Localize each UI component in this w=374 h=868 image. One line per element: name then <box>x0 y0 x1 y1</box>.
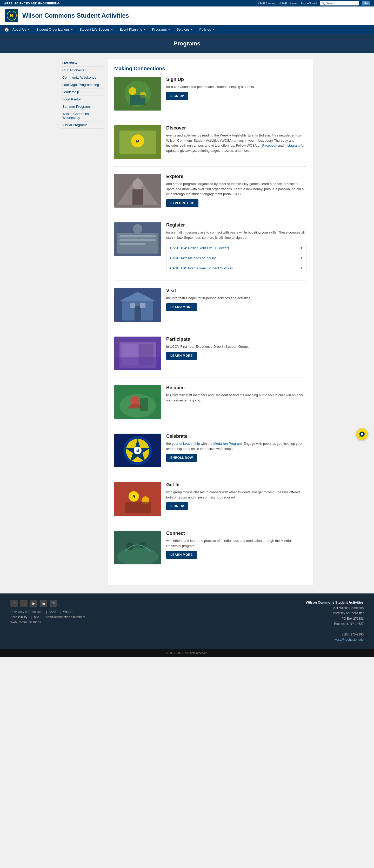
footer-email-link[interactable]: wcsa@rochester.edu <box>335 638 364 642</box>
nav-about-us[interactable]: About Us ▼ <box>9 25 33 34</box>
participate-learn-more-button[interactable]: LEARN MORE <box>166 352 197 360</box>
page-hero: Programs <box>0 34 374 53</box>
svg-point-20 <box>133 224 142 234</box>
program-body-be-open: Be open to University staff members and … <box>166 385 307 419</box>
program-image-celebrate: M <box>114 434 161 467</box>
nav-programs[interactable]: Programs ▼ <box>149 25 173 34</box>
program-heading-discover: Discover <box>166 125 307 131</box>
site-logo: R <box>5 9 18 22</box>
asae-sitemap-link[interactable]: AS&E Sitemap <box>257 2 276 5</box>
search-icon: 🔍 <box>321 2 325 5</box>
nav-event-planning[interactable]: Event Planning ▼ <box>116 25 149 34</box>
chevron-down-icon: ▼ <box>27 28 30 31</box>
instagram-icon[interactable]: 📷 <box>50 600 57 607</box>
facebook-icon[interactable]: f <box>10 600 18 607</box>
program-heading-participate: Participate <box>166 337 249 342</box>
course-expand-icon: + <box>300 266 303 270</box>
course-item-casc170[interactable]: CASC 170: International Student Success … <box>166 263 307 273</box>
footer-address-line1: 201 Wilson Commons <box>306 606 364 611</box>
twitter-icon[interactable]: t <box>20 600 28 607</box>
nav-student-life-spaces[interactable]: Student Life Spaces ▼ <box>76 25 116 34</box>
sidebar-item-food-pantry[interactable]: Food Pantry <box>61 96 103 103</box>
course-expand-icon: + <box>300 256 303 260</box>
program-body-participate: Participate in UCC's First Year Experien… <box>166 337 249 370</box>
signup-button[interactable]: SIGN UP <box>166 92 188 100</box>
wcsa-footer-link[interactable]: WCSA <box>63 610 73 614</box>
program-text-get-fit: with group fitness classes to connect wi… <box>166 490 307 500</box>
visit-learn-more-button[interactable]: LEARN MORE <box>166 303 197 311</box>
web-communications-link[interactable]: Web Communications <box>10 620 41 624</box>
university-of-rochester-footer-link[interactable]: University of Rochester <box>10 610 42 614</box>
svg-rect-25 <box>130 303 135 308</box>
program-text-register: for a small in-person class to connect w… <box>166 230 307 240</box>
program-text-participate: in UCC's First Year Experience Drop-In S… <box>166 344 249 349</box>
course-item-casc142[interactable]: CASC 142: Methods of Inquiry + <box>166 253 307 263</box>
sidebar-item-wilson-commons-wednesday[interactable]: Wilson Commons Wednesday <box>61 110 103 121</box>
svg-rect-13 <box>133 189 143 205</box>
instagram-link[interactable]: Instagram <box>285 144 300 147</box>
accessibility-link[interactable]: Accessibility <box>10 615 27 619</box>
sidebar-item-late-night-programming[interactable]: Late Night Programming <box>61 81 103 89</box>
program-heading-explore: Explore <box>166 174 307 179</box>
asae-intranet-link[interactable]: AS&E Intranet <box>279 2 297 5</box>
svg-text:M: M <box>136 139 139 143</box>
program-heading-be-open: Be open <box>166 385 307 391</box>
sidebar-item-community-weekends[interactable]: Community Weekends <box>61 74 103 81</box>
program-image-discover: M <box>114 125 161 159</box>
explore-ccc-button[interactable]: EXPLORE CCC <box>166 199 198 207</box>
program-image-signup <box>114 77 161 111</box>
program-section-be-open: Be open to University staff members and … <box>114 385 307 426</box>
year-of-leadership-link[interactable]: year of Leadership <box>172 442 200 445</box>
sidebar: Overview Club Rochester Community Weeken… <box>61 59 103 585</box>
youtube-icon[interactable]: ▶ <box>30 600 37 607</box>
asae-footer-link[interactable]: AS&E <box>49 610 57 614</box>
footer-right: Wilson Commons Student Activities 201 Wi… <box>306 600 364 643</box>
text-link[interactable]: Text <box>33 615 39 619</box>
facebook-link[interactable]: Facebook <box>262 144 277 147</box>
program-text-explore: and attend programs organized by other s… <box>166 181 307 197</box>
program-heading-visit: Visit <box>166 288 251 293</box>
chevron-down-icon: ▼ <box>168 28 170 31</box>
program-body-visit: Visit the Interfaith Chapel for in-perso… <box>166 288 251 322</box>
svg-rect-31 <box>114 357 161 370</box>
footer-divider: | <box>46 610 47 614</box>
phone-email-link[interactable]: Phone/Email <box>300 2 317 5</box>
program-text-connect: with others and learn the practice of mi… <box>166 538 307 548</box>
sidebar-item-leadership[interactable]: Leadership <box>61 89 103 96</box>
footer-phone-number: (585) 275-9390 <box>306 632 364 637</box>
sidebar-item-summer-programs[interactable]: Summer Programs <box>61 103 103 110</box>
program-heading-signup: Sign Up <box>166 77 255 82</box>
svg-text:R: R <box>10 13 13 18</box>
footer-org-name: Wilson Commons Student Activities <box>306 600 364 606</box>
svg-point-4 <box>128 87 136 95</box>
sidebar-item-overview[interactable]: Overview <box>61 59 103 67</box>
nondiscrimination-link[interactable]: Nondiscrimination Statement <box>46 615 85 619</box>
content-area: Making Connections Sign Up for a UR Conn… <box>108 59 313 585</box>
svg-rect-18 <box>119 239 156 241</box>
footer-address-line3: PO Box 270281 <box>306 616 364 621</box>
nav-student-organizations[interactable]: Student Organizations ▼ <box>33 25 76 34</box>
program-body-discover: Discover events and activities by readin… <box>166 125 307 159</box>
program-section-visit: Visit the Interfaith Chapel for in-perso… <box>114 288 307 329</box>
chat-bubble[interactable]: 💬 <box>356 428 368 440</box>
program-image-get-fit: R <box>114 482 161 516</box>
footer-left: f t ▶ in 📷 University of Rochester | AS&… <box>10 600 87 643</box>
enroll-now-button[interactable]: ENROLL NOW <box>166 454 197 462</box>
medallion-program-link[interactable]: Medallion Program <box>213 442 241 445</box>
sidebar-item-club-rochester[interactable]: Club Rochester <box>61 67 103 74</box>
top-bar-right: AS&E Sitemap AS&E Intranet Phone/Email 🔍… <box>257 1 370 5</box>
program-body-signup: Sign Up for a UR Connected peer coach: s… <box>166 77 255 111</box>
course-item-casc104[interactable]: CASC 104: Design Your Life (+ Career) + <box>166 243 307 253</box>
search-button[interactable]: Go <box>362 1 370 5</box>
search-input[interactable] <box>326 2 357 5</box>
connect-learn-more-button[interactable]: LEARN MORE <box>166 551 197 559</box>
home-nav-icon[interactable]: 🏠 <box>4 27 9 32</box>
program-image-visit <box>114 288 161 322</box>
chevron-down-icon: ▼ <box>111 28 113 31</box>
linkedin-icon[interactable]: in <box>40 600 47 607</box>
sidebar-item-virtual-programs[interactable]: Virtual Programs <box>61 121 103 129</box>
get-fit-signup-button[interactable]: SIGN UP <box>166 502 188 510</box>
nav-services[interactable]: Services ▼ <box>173 25 196 34</box>
nav-policies[interactable]: Policies ▼ <box>196 25 218 34</box>
program-section-signup: Sign Up for a UR Connected peer coach: s… <box>114 77 307 118</box>
